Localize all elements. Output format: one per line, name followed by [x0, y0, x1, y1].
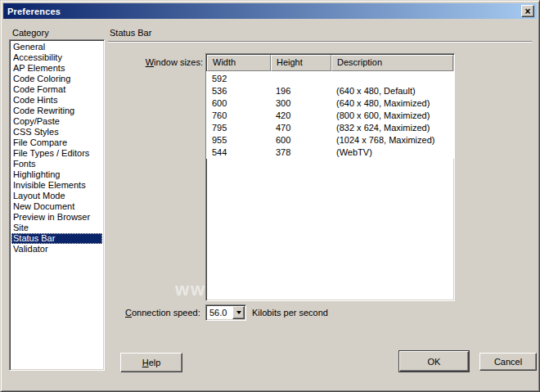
category-item-fonts[interactable]: Fonts — [11, 159, 102, 169]
category-item-status-bar[interactable]: Status Bar — [11, 233, 102, 244]
ok-button[interactable]: OK — [399, 351, 469, 372]
dropdown-arrow-button[interactable] — [232, 306, 245, 319]
chevron-down-icon — [236, 311, 241, 314]
size-row[interactable]: 795470(832 x 624, Maximized) — [206, 122, 454, 134]
category-item-code-rewriting[interactable]: Code Rewriting — [11, 106, 102, 116]
category-item-preview-in-browser[interactable]: Preview in Browser — [11, 212, 102, 223]
category-item-ap-elements[interactable]: AP Elements — [11, 63, 102, 74]
column-header-height[interactable]: Height — [271, 55, 331, 71]
category-item-site[interactable]: Site — [11, 223, 102, 233]
size-row[interactable]: 592 — [206, 73, 454, 85]
help-button[interactable]: Help — [120, 353, 182, 372]
category-item-highlighting[interactable]: Highlighting — [11, 169, 102, 180]
category-label: Category — [12, 28, 49, 38]
category-item-code-hints[interactable]: Code Hints — [11, 95, 102, 106]
connection-speed-units: Kilobits per second — [252, 308, 328, 318]
size-row[interactable]: 544378(WebTV) — [206, 146, 454, 159]
category-item-general[interactable]: General — [11, 42, 102, 52]
connection-speed-dropdown[interactable]: 56.0 — [205, 304, 246, 321]
connection-speed-label: Connection speed: — [125, 308, 200, 318]
heading-separator — [108, 41, 532, 43]
category-item-new-document[interactable]: New Document — [11, 201, 102, 212]
category-item-invisible-elements[interactable]: Invisible Elements — [11, 180, 102, 191]
category-list[interactable]: GeneralAccessibilityAP ElementsCode Colo… — [9, 39, 105, 371]
size-row[interactable]: 760420(800 x 600, Maximized) — [206, 110, 454, 122]
page-title: Status Bar — [110, 28, 151, 38]
column-header-width[interactable]: Width — [207, 55, 271, 71]
cancel-button[interactable]: Cancel — [479, 353, 537, 371]
category-item-code-format[interactable]: Code Format — [11, 84, 102, 95]
preferences-dialog: Preferences × Category GeneralAccessibil… — [0, 0, 540, 392]
size-row[interactable]: 955600(1024 x 768, Maximized) — [206, 134, 454, 146]
sizes-body: 592536196(640 x 480, Default)600300(640 … — [206, 71, 454, 159]
close-icon: × — [524, 7, 530, 16]
title-bar[interactable]: Preferences × — [3, 3, 537, 19]
category-item-copy-paste[interactable]: Copy/Paste — [11, 116, 102, 127]
size-row[interactable]: 536196(640 x 480, Default) — [206, 85, 454, 97]
column-header-description[interactable]: Description — [331, 55, 453, 71]
category-item-file-types-editors[interactable]: File Types / Editors — [11, 148, 102, 159]
category-item-code-coloring[interactable]: Code Coloring — [11, 74, 102, 84]
window-sizes-label: Window sizes: — [124, 57, 203, 67]
size-row[interactable]: 600300(640 x 480, Maximized) — [206, 97, 454, 110]
window-title: Preferences — [7, 7, 61, 16]
sizes-header-row: Width Height Description — [207, 55, 453, 71]
category-item-validator[interactable]: Validator — [11, 244, 102, 255]
connection-speed-value: 56.0 — [206, 308, 232, 318]
category-item-file-compare[interactable]: File Compare — [11, 137, 102, 148]
category-item-accessibility[interactable]: Accessibility — [11, 52, 102, 63]
window-sizes-list[interactable]: Width Height Description 592536196(640 x… — [205, 53, 455, 301]
category-item-css-styles[interactable]: CSS Styles — [11, 127, 102, 137]
close-button[interactable]: × — [521, 5, 534, 17]
category-item-layout-mode[interactable]: Layout Mode — [11, 191, 102, 201]
